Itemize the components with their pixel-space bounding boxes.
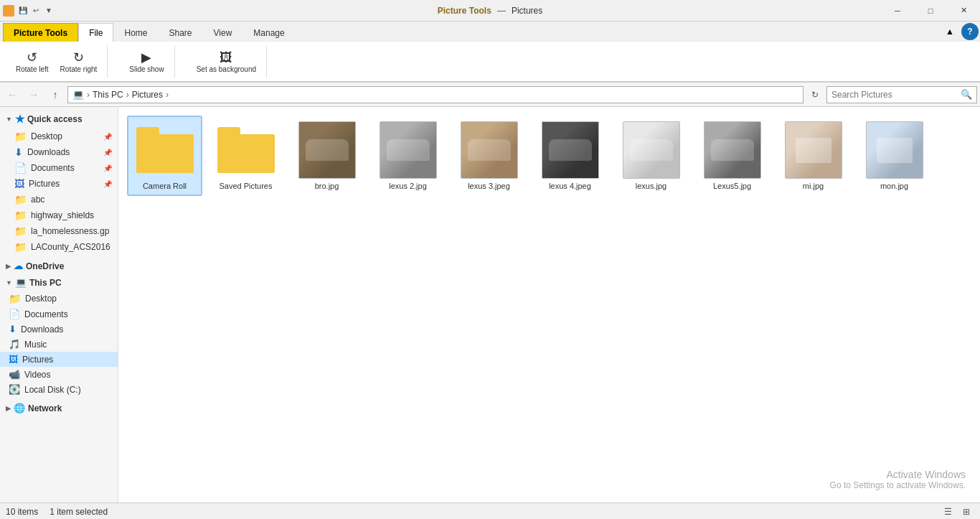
- sidebar-section-thispc[interactable]: ▼ 💻 This PC: [0, 274, 118, 291]
- help-icon[interactable]: ?: [961, 23, 979, 40]
- sidebar-section-onedrive[interactable]: ▶ ☁ OneDrive: [0, 258, 118, 274]
- back-button[interactable]: ←: [3, 85, 22, 104]
- mon-thumb-img: [866, 121, 923, 179]
- sidebar-item-downloads-pc[interactable]: ⬇ Downloads: [0, 322, 118, 337]
- lexus-thumb-img: [623, 121, 680, 179]
- undo-quick-icon[interactable]: ↩: [30, 5, 42, 17]
- up-button[interactable]: ↑: [46, 85, 65, 104]
- sidebar-item-downloads-qa[interactable]: ⬇ Downloads 📌: [0, 144, 118, 160]
- sidebar-section-network[interactable]: ▶ 🌐 Network: [0, 400, 118, 416]
- search-box[interactable]: 🔍: [826, 86, 977, 103]
- sidebar-item-lacounty[interactable]: 📁 LACounty_ACS2016: [0, 239, 118, 255]
- file-item-lexus4[interactable]: lexus 4.jpeg: [532, 116, 608, 196]
- desktop-pc-icon: 📁: [9, 293, 21, 304]
- lexus5-thumbnail: [704, 121, 761, 179]
- sidebar-item-la-homeless[interactable]: 📁 la_homelessness.gp: [0, 223, 118, 239]
- sidebar-item-videos-pc[interactable]: 📹 Videos: [0, 367, 118, 382]
- thispc-arrow: ▼: [6, 279, 12, 286]
- sidebar-item-documents[interactable]: 📄 Documents 📌: [0, 160, 118, 176]
- sidebar-item-highway[interactable]: 📁 highway_shields: [0, 207, 118, 223]
- search-input[interactable]: [831, 90, 958, 100]
- onedrive-icon: ☁: [14, 261, 23, 271]
- ribbon-group-slideshow: ▶ Slide show: [119, 45, 174, 78]
- pictures-pc-icon: 🖼: [9, 354, 18, 365]
- sidebar-item-abc[interactable]: 📁 abc: [0, 192, 118, 207]
- tab-share[interactable]: Share: [158, 23, 202, 42]
- dropdown-quick-icon[interactable]: ▼: [43, 5, 55, 17]
- set-background-button[interactable]: 🖼 Set as background: [192, 49, 260, 75]
- save-quick-icon[interactable]: 💾: [17, 5, 29, 17]
- tab-file[interactable]: File: [78, 23, 113, 42]
- ribbon-commands: ↺ Rotate left ↻ Rotate right ▶ Slide sho…: [0, 42, 980, 82]
- sidebar-item-desktop[interactable]: 📁 Desktop 📌: [0, 128, 118, 144]
- status-bar-right: ☰ ⊞: [940, 505, 974, 518]
- rotate-left-button[interactable]: ↺ Rotate left: [11, 48, 53, 75]
- la-homeless-icon: 📁: [14, 225, 27, 237]
- tab-manage[interactable]: Manage: [242, 23, 295, 42]
- sidebar-item-documents-pc[interactable]: 📄 Documents: [0, 307, 118, 322]
- slideshow-button[interactable]: ▶ Slide show: [125, 48, 168, 75]
- lexus-thumbnail: [623, 121, 680, 179]
- address-path[interactable]: 💻 › This PC › Pictures ›: [67, 86, 804, 103]
- app-icon: [3, 5, 14, 17]
- file-item-camera-roll[interactable]: Camera Roll: [127, 116, 202, 196]
- sidebar-item-desktop-pc[interactable]: 📁 Desktop: [0, 291, 118, 307]
- rotate-right-icon: ↻: [73, 50, 84, 65]
- file-item-lexus5[interactable]: Lexus5.jpg: [694, 116, 770, 196]
- minimize-button[interactable]: ─: [881, 0, 914, 22]
- tab-view[interactable]: View: [203, 23, 243, 42]
- file-item-bro-jpg[interactable]: bro.jpg: [289, 116, 364, 196]
- mi-thumb-img: [785, 121, 842, 179]
- file-item-lexus2[interactable]: lexus 2.jpg: [370, 116, 446, 196]
- highway-icon: 📁: [14, 210, 27, 221]
- quick-access-arrow: ▼: [6, 116, 12, 123]
- sidebar-item-local-disk[interactable]: 💽 Local Disk (C:): [0, 382, 118, 397]
- documents-pc-icon: 📄: [9, 309, 20, 319]
- close-button[interactable]: ✕: [947, 0, 980, 22]
- file-item-lexus3[interactable]: lexus 3.jpeg: [451, 116, 527, 196]
- forward-button[interactable]: →: [24, 85, 43, 104]
- file-item-mi[interactable]: mi.jpg: [776, 116, 851, 196]
- file-item-saved-pictures[interactable]: Saved Pictures: [208, 116, 283, 196]
- path-thispc[interactable]: This PC: [93, 90, 123, 100]
- path-pictures[interactable]: Pictures: [132, 90, 163, 100]
- thispc-icon: 💻: [15, 277, 27, 288]
- pin-icon-dl: 📌: [103, 149, 112, 156]
- mon-label: mon.jpg: [880, 182, 908, 190]
- lexus2-label: lexus 2.jpg: [389, 182, 427, 190]
- file-item-lexus[interactable]: lexus.jpg: [613, 116, 689, 196]
- sidebar-item-music-pc[interactable]: 🎵 Music: [0, 337, 118, 352]
- sidebar-section-quick-access[interactable]: ▼ ★ Quick access: [0, 110, 118, 128]
- slideshow-icon: ▶: [141, 50, 151, 65]
- sidebar: ▼ ★ Quick access 📁 Desktop 📌 ⬇ Downloads…: [0, 107, 118, 502]
- lexus3-thumb-img: [461, 121, 518, 179]
- lexus-label: lexus.jpg: [636, 182, 666, 190]
- mi-label: mi.jpg: [803, 182, 824, 190]
- title-bar-left: 💾 ↩ ▼: [3, 5, 55, 17]
- file-item-mon[interactable]: mon.jpg: [857, 116, 932, 196]
- tab-picture-tools[interactable]: Picture Tools: [3, 23, 78, 42]
- ribbon-expand-icon[interactable]: ▲: [941, 23, 958, 40]
- main-layout: ▼ ★ Quick access 📁 Desktop 📌 ⬇ Downloads…: [0, 107, 980, 502]
- large-icons-view-button[interactable]: ⊞: [958, 505, 974, 518]
- pin-icon-pic: 📌: [103, 180, 112, 188]
- refresh-button[interactable]: ↻: [806, 86, 824, 103]
- window-title: Pictures: [512, 6, 542, 16]
- details-view-button[interactable]: ☰: [940, 505, 956, 518]
- lexus4-label: lexus 4.jpeg: [549, 182, 591, 190]
- sidebar-item-pictures-qa[interactable]: 🖼 Pictures 📌: [0, 176, 118, 192]
- search-icon[interactable]: 🔍: [961, 89, 972, 100]
- network-arrow: ▶: [6, 405, 11, 412]
- picture-tools-label: Picture Tools: [438, 6, 491, 16]
- ribbon-group-set-bg: 🖼 Set as background: [187, 46, 267, 78]
- network-icon: 🌐: [14, 403, 25, 413]
- saved-pictures-folder-icon: [217, 127, 275, 173]
- desktop-folder-icon: 📁: [14, 131, 27, 142]
- sidebar-item-pictures-pc[interactable]: 🖼 Pictures: [0, 352, 118, 367]
- saved-pictures-thumbnail: [217, 121, 275, 179]
- abc-icon: 📁: [14, 194, 27, 205]
- rotate-right-button[interactable]: ↻ Rotate right: [56, 48, 102, 75]
- maximize-button[interactable]: □: [914, 0, 947, 22]
- address-bar: ← → ↑ 💻 › This PC › Pictures › ↻ 🔍: [0, 83, 980, 107]
- tab-home[interactable]: Home: [113, 23, 158, 42]
